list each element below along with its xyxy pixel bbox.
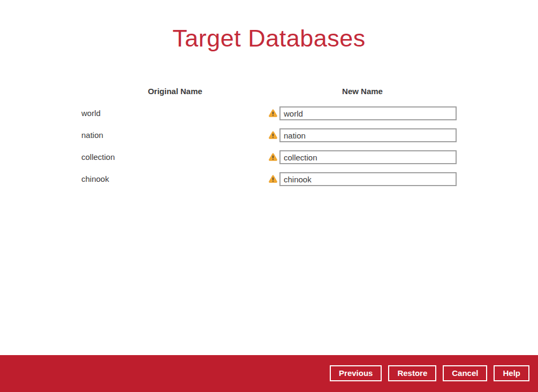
warning-icon [269,131,277,139]
new-name-input[interactable] [279,106,457,120]
new-name-input[interactable] [279,128,457,142]
column-header-original-name: Original Name [81,86,269,97]
help-button[interactable]: Help [494,365,529,381]
original-name-label: chinook [81,172,109,186]
original-name-label: nation [81,128,103,142]
warning-icon [269,109,277,117]
new-name-input[interactable] [279,172,457,186]
target-databases-page: Target Databases Original Name New Name … [0,0,538,392]
new-name-input[interactable] [279,150,457,164]
previous-button[interactable]: Previous [330,365,382,381]
database-rows: world nation collectio [0,106,538,194]
original-name-label: world [81,106,101,120]
column-header-new-name: New Name [269,86,456,97]
restore-button[interactable]: Restore [388,365,436,381]
page-title: Target Databases [0,25,538,52]
footer-bar: Previous Restore Cancel Help [0,355,538,392]
original-name-label: collection [81,150,115,164]
table-row: nation [0,128,538,150]
warning-icon [269,175,277,183]
table-row: collection [0,150,538,172]
table-row: chinook [0,172,538,194]
footer-buttons: Previous Restore Cancel Help [330,365,529,381]
warning-icon [269,153,277,161]
table-row: world [0,106,538,128]
cancel-button[interactable]: Cancel [443,365,487,381]
